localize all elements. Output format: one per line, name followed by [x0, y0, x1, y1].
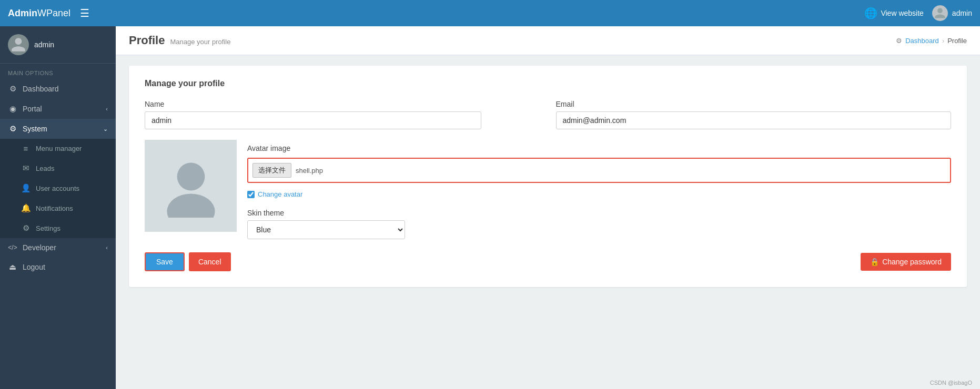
change-password-button[interactable]: 🔒 Change password — [861, 253, 951, 271]
sidebar-item-label: Menu manager — [36, 145, 82, 152]
svg-point-1 — [167, 193, 215, 218]
sidebar-item-menu-manager[interactable]: ≡ Menu manager — [0, 139, 116, 158]
skin-theme-group: Skin theme Blue Dark Light — [247, 209, 405, 239]
change-avatar-label[interactable]: Change avatar — [258, 190, 302, 198]
system-icon: ⚙ — [8, 124, 17, 134]
system-submenu: ≡ Menu manager ✉ Leads 👤 User accounts 🔔… — [0, 139, 116, 238]
sidebar-item-dashboard[interactable]: ⚙ Dashboard — [0, 79, 116, 99]
sidebar-section-label: MAIN OPTIONS — [0, 64, 116, 79]
buttons-left: Save Cancel — [145, 252, 231, 271]
page-header: Profile Manage your profile ⚙ Dashboard … — [116, 26, 980, 55]
avatar-upload-section: Avatar image 选择文件 shell.php Change avata… — [247, 140, 951, 198]
settings-icon: ⚙ — [21, 223, 31, 233]
sidebar-item-label: Developer — [23, 243, 56, 252]
view-website-link[interactable]: 🌐 View website — [864, 7, 923, 19]
skin-theme-select[interactable]: Blue Dark Light — [247, 220, 405, 239]
chevron-right-icon: ‹ — [106, 106, 108, 112]
card-title: Manage your profile — [145, 79, 951, 88]
sidebar-item-label: Logout — [23, 263, 45, 271]
main-content: Profile Manage your profile ⚙ Dashboard … — [116, 26, 980, 389]
choose-file-button[interactable]: 选择文件 — [252, 163, 291, 178]
lock-icon: 🔒 — [870, 258, 879, 266]
breadcrumb-dashboard[interactable]: Dashboard — [905, 37, 939, 45]
avatar-preview — [145, 140, 237, 232]
change-avatar-checkbox[interactable] — [247, 191, 255, 198]
change-avatar-row: Change avatar — [247, 190, 951, 198]
save-button[interactable]: Save — [145, 252, 185, 271]
brand-logo: AdminWPanel — [8, 8, 70, 19]
file-name-display: shell.php — [296, 167, 323, 175]
buttons-row: Save Cancel 🔒 Change password — [145, 252, 951, 271]
page-title: Profile — [129, 34, 165, 47]
name-form-group: Name — [145, 100, 540, 129]
dashboard-icon: ⚙ — [8, 84, 17, 94]
view-website-label: View website — [881, 9, 923, 17]
portal-icon: ◉ — [8, 104, 17, 114]
cancel-button[interactable]: Cancel — [189, 252, 231, 271]
skin-theme-label: Skin theme — [247, 209, 405, 217]
email-label: Email — [556, 100, 952, 108]
topbar-username: admin — [952, 9, 972, 17]
logout-icon: ⏏ — [8, 262, 17, 272]
sidebar-item-label: Dashboard — [23, 85, 59, 93]
sidebar-item-portal[interactable]: ◉ Portal ‹ — [0, 99, 116, 119]
globe-icon: 🌐 — [864, 7, 877, 19]
topbar-left: AdminWPanel ☰ — [8, 7, 89, 19]
chevron-down-icon: ⌄ — [103, 126, 108, 132]
profile-card: Manage your profile Name Email — [129, 66, 967, 287]
sidebar-item-leads[interactable]: ✉ Leads — [0, 158, 116, 178]
developer-icon: </> — [8, 244, 17, 251]
topbar-avatar — [932, 5, 948, 21]
breadcrumb-current: Profile — [947, 37, 967, 45]
user-accounts-icon: 👤 — [21, 183, 31, 193]
sidebar-item-user-accounts[interactable]: 👤 User accounts — [0, 178, 116, 198]
email-form-group: Email — [556, 100, 952, 129]
sidebar-item-label: Leads — [36, 165, 54, 172]
main-layout: admin MAIN OPTIONS ⚙ Dashboard ◉ Portal … — [0, 26, 980, 389]
sidebar-item-system[interactable]: ⚙ System ⌄ — [0, 119, 116, 139]
sidebar-item-settings[interactable]: ⚙ Settings — [0, 218, 116, 238]
sidebar-user-section: admin — [0, 26, 116, 64]
hamburger-menu[interactable]: ☰ — [80, 7, 89, 19]
topbar-right: 🌐 View website admin — [864, 5, 972, 21]
sidebar-avatar — [8, 34, 29, 55]
change-password-label: Change password — [882, 258, 942, 266]
breadcrumb: ⚙ Dashboard › Profile — [896, 37, 967, 45]
content-area: Manage your profile Name Email — [116, 55, 980, 376]
name-label: Name — [145, 100, 540, 108]
avatar-file-input-wrapper: 选择文件 shell.php — [247, 158, 951, 183]
email-input[interactable] — [556, 111, 952, 129]
sidebar-username: admin — [34, 40, 54, 49]
sidebar-item-label: Notifications — [36, 204, 73, 212]
leads-icon: ✉ — [21, 163, 31, 173]
avatar-skin-row: Avatar image 选择文件 shell.php Change avata… — [145, 140, 951, 239]
sidebar-item-developer[interactable]: </> Developer ‹ — [0, 238, 116, 257]
name-email-row: Name Email — [145, 100, 951, 129]
breadcrumb-separator: › — [942, 37, 944, 45]
topbar: AdminWPanel ☰ 🌐 View website admin — [0, 0, 980, 26]
dashboard-icon: ⚙ — [896, 37, 902, 45]
avatar-image-label: Avatar image — [247, 144, 951, 152]
sidebar-item-label: Settings — [36, 224, 60, 232]
name-input[interactable] — [145, 111, 481, 129]
sidebar-item-label: User accounts — [36, 185, 79, 192]
notifications-icon: 🔔 — [21, 203, 31, 213]
page-subtitle: Manage your profile — [170, 38, 230, 46]
topbar-user-menu[interactable]: admin — [932, 5, 972, 21]
sidebar-item-logout[interactable]: ⏏ Logout — [0, 257, 116, 277]
page-header-left: Profile Manage your profile — [129, 34, 230, 47]
menu-manager-icon: ≡ — [21, 144, 31, 153]
sidebar-item-label: Portal — [23, 105, 42, 113]
sidebar: admin MAIN OPTIONS ⚙ Dashboard ◉ Portal … — [0, 26, 116, 389]
footer-credit: CSDN @isbagO — [116, 376, 980, 389]
sidebar-item-label: System — [23, 125, 47, 133]
sidebar-item-notifications[interactable]: 🔔 Notifications — [0, 198, 116, 218]
chevron-right-icon: ‹ — [106, 244, 108, 251]
svg-point-0 — [177, 162, 205, 190]
